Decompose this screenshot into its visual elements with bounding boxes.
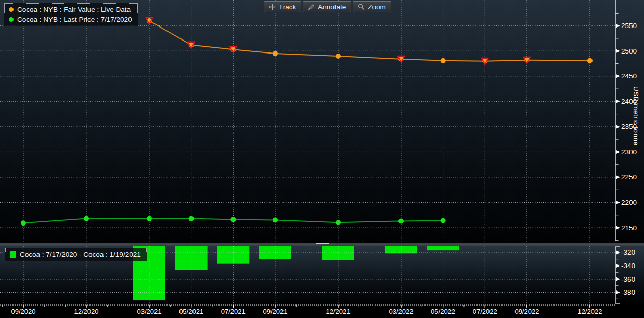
legend-item-fair-value[interactable]: Cocoa : NYB : Fair Value : Live Data xyxy=(9,5,132,15)
spread-bar[interactable] xyxy=(259,246,291,259)
y-tick-label: 2300 xyxy=(621,148,637,156)
zoom-button[interactable]: Zoom xyxy=(353,1,391,12)
y-tick-label: -340 xyxy=(621,262,635,270)
fair-value-legend-label: Cocoa : NYB : Fair Value : Live Data xyxy=(17,6,131,14)
x-tick-label: 07/2022 xyxy=(473,308,497,315)
x-tick-label: 05/2022 xyxy=(431,308,455,315)
y-tick-label: 2250 xyxy=(621,173,637,181)
last-price-legend-label: Cocoa : NYB : Last Price : 7/17/2020 xyxy=(17,16,132,23)
data-point[interactable] xyxy=(84,216,89,221)
track-button[interactable]: Track xyxy=(264,1,301,12)
data-point[interactable] xyxy=(273,51,278,56)
track-crosshair-icon xyxy=(269,4,276,10)
panel-resize-handle[interactable] xyxy=(316,243,329,246)
chart-canvas[interactable]: 255025002450240023502300225022002150-320… xyxy=(0,0,644,318)
x-tick-label: 05/2021 xyxy=(179,308,203,315)
x-tick-label: 03/2021 xyxy=(137,308,161,315)
fair-value-bullet-icon xyxy=(9,7,14,12)
y-tick-label: 2200 xyxy=(621,198,637,206)
last-price-bullet-icon xyxy=(9,17,14,22)
y-tick-label: 2450 xyxy=(621,72,637,80)
annotate-pencil-icon xyxy=(308,4,315,10)
spread-swatch-icon xyxy=(10,251,16,258)
y-tick-label: -360 xyxy=(621,275,635,283)
y-tick-label: 2150 xyxy=(621,224,637,232)
legend-item-spread[interactable]: Cocoa : 7/17/2020 - Cocoa : 1/19/2021 xyxy=(10,249,141,259)
futures-curve-chart: 255025002450240023502300225022002150-320… xyxy=(0,0,644,318)
x-tick-label: 09/2020 xyxy=(11,308,36,315)
x-tick-label: 12/2020 xyxy=(74,308,98,315)
annotate-button[interactable]: Annotate xyxy=(303,1,351,12)
x-tick-label: 09/2021 xyxy=(263,308,287,315)
data-point[interactable] xyxy=(336,54,341,59)
spread-legend-label: Cocoa : 7/17/2020 - Cocoa : 1/19/2021 xyxy=(20,250,141,258)
x-tick-label: 03/2022 xyxy=(389,308,413,315)
bottom-legend: Cocoa : 7/17/2020 - Cocoa : 1/19/2021 xyxy=(5,248,147,261)
main-legend: Cocoa : NYB : Fair Value : Live Data Coc… xyxy=(4,3,138,27)
data-point[interactable] xyxy=(398,218,404,223)
data-point[interactable] xyxy=(147,216,152,221)
data-point[interactable] xyxy=(587,58,593,63)
main-panel-background xyxy=(0,0,644,243)
x-tick-label: 12/2021 xyxy=(326,308,350,315)
zoom-button-label: Zoom xyxy=(368,3,386,11)
y-tick-label: 2500 xyxy=(621,47,637,55)
y-tick-label: -320 xyxy=(621,248,635,256)
data-point[interactable] xyxy=(441,218,446,223)
data-point[interactable] xyxy=(273,218,278,223)
y-tick-label: 2550 xyxy=(621,22,637,30)
y-axis-unit-label: USD/metric tonne xyxy=(632,86,640,146)
data-point[interactable] xyxy=(189,216,194,221)
x-tick-label: 09/2022 xyxy=(514,308,539,315)
data-point[interactable] xyxy=(441,58,446,63)
data-point[interactable] xyxy=(230,217,236,222)
y-tick-label: -380 xyxy=(621,288,635,296)
track-button-label: Track xyxy=(279,3,296,11)
data-point[interactable] xyxy=(21,220,26,226)
chart-toolbar: Track Annotate Zoom xyxy=(264,1,391,12)
x-tick-label: 07/2021 xyxy=(221,308,246,315)
annotate-button-label: Annotate xyxy=(318,3,346,11)
data-point[interactable] xyxy=(336,220,341,225)
x-tick-label: 12/2022 xyxy=(577,308,602,315)
zoom-magnifier-icon xyxy=(358,4,365,10)
legend-item-last-price[interactable]: Cocoa : NYB : Last Price : 7/17/2020 xyxy=(9,15,132,24)
